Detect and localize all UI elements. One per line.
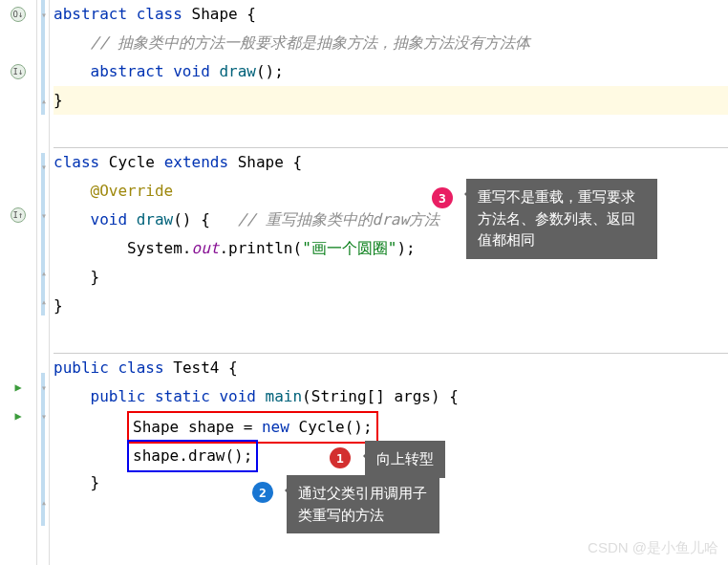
class-name: Shape [192,5,238,23]
keyword: class [118,359,163,377]
keyword: class [137,5,182,23]
fold-gutter: ▾ ▴ ▾ ▾ ▴ ▴ ▾ ▾ ▴ [36,0,50,565]
callout-3: 重写不是重载，重写要求方法名、参数列表、返回值都相同 [466,179,657,259]
callout-2: 通过父类引用调用子类重写的方法 [287,475,439,533]
parens: () { [173,210,210,228]
type: Shape [133,418,179,436]
method-call: draw [188,446,225,465]
brace: { [228,359,238,377]
var: shape [133,446,179,465]
method-call: println [228,239,292,257]
class-ref: System [127,239,182,257]
fold-icon[interactable]: ▾ [38,209,50,221]
paren: ); [396,239,415,257]
method-name: main [266,387,303,405]
highlighted-statement-2: shape.draw(); [127,440,258,472]
fold-icon[interactable]: ▾ [38,161,50,172]
brace: } [91,473,100,491]
fold-end-icon[interactable]: ▴ [38,295,50,307]
fold-end-icon[interactable]: ▴ [38,95,50,106]
run-icon[interactable]: ▶ [14,409,21,423]
brace: { [293,153,303,171]
keyword: static [155,387,210,405]
var: shape [188,418,234,436]
implement-up-icon[interactable]: I↑ [11,207,26,223]
highlighted-statement-1: Shape shape = new Cycle(); [127,411,378,444]
dot: . [179,446,188,465]
keyword: void [173,62,210,80]
annotation: @Override [91,182,174,200]
brace: { [246,5,256,23]
keyword: void [91,210,128,228]
end: (); [225,446,252,465]
callout-1: 向上转型 [365,441,445,478]
ctor: Cycle [299,418,345,436]
fold-icon[interactable]: ▾ [38,410,50,422]
string-literal: "画一个圆圈" [302,239,396,257]
brace: } [54,91,63,109]
annotation-badge-1: 1 [330,447,351,468]
brace: } [91,268,100,286]
override-down-icon[interactable]: O↓ [11,7,26,22]
method-name: draw [219,62,256,80]
run-icon[interactable]: ▶ [14,380,21,394]
eq: = [244,418,253,436]
keyword: class [54,153,99,171]
parent-class: Shape [238,153,284,171]
fold-icon[interactable]: ▾ [38,381,50,393]
annotation-badge-3: 3 [432,187,453,208]
keyword: abstract [91,62,164,80]
gutter: O↓ I↓ I↑ ▶ ▶ [0,0,36,565]
parens: (); [256,62,284,80]
keyword: public [91,387,146,405]
comment: // 抽象类中的方法一般要求都是抽象方法，抽象方法没有方法体 [91,33,531,52]
comment: // 重写抽象类中的draw方法 [238,210,439,228]
keyword: void [219,387,256,405]
keyword: public [54,359,109,377]
keyword: extends [164,153,228,171]
implement-down-icon[interactable]: I↓ [11,64,26,79]
class-name: Test4 [173,359,219,377]
class-name: Cycle [109,153,155,171]
watermark: CSDN @是小鱼儿哈 [588,539,718,557]
method-name: draw [137,210,174,228]
keyword: new [262,418,289,436]
args: (String[] args) { [302,387,459,405]
fold-icon[interactable]: ▾ [38,9,50,20]
fold-end-icon[interactable]: ▴ [38,267,50,278]
paren: ( [292,239,302,257]
brace: } [54,296,63,315]
fold-end-icon[interactable]: ▴ [38,496,50,508]
annotation-badge-2: 2 [252,482,273,503]
keyword: abstract [54,5,127,23]
end: (); [345,418,373,436]
static-field: out [192,239,220,257]
